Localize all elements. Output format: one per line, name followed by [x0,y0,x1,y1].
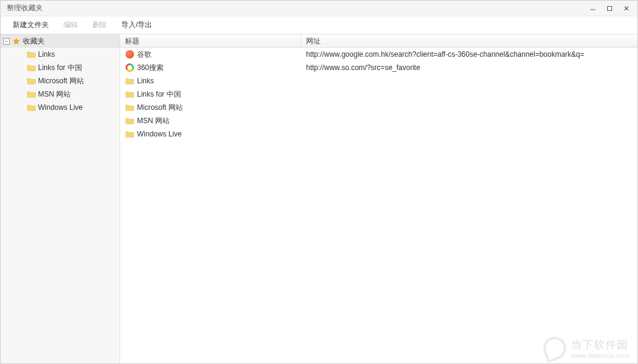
tree-item-links-cn[interactable]: Links for 中国 [1,61,120,74]
window-controls [584,1,635,16]
item-title: MSN 网站 [137,116,170,126]
list-item[interactable]: Links for 中国 [120,88,637,101]
column-header-title[interactable]: 标题 [120,34,301,47]
item-title: 360搜索 [137,63,164,73]
item-title: Windows Live [137,130,182,138]
folder-icon [125,76,135,86]
folder-icon [27,103,36,112]
window-title: 整理收藏夹 [7,3,43,13]
folder-icon [125,103,135,112]
column-header-url[interactable]: 网址 [301,34,637,47]
tree-item-links[interactable]: Links [1,48,120,61]
tree-item-windows-live[interactable]: Windows Live [1,101,120,114]
tree-root-favorites[interactable]: − 收藏夹 [1,34,120,48]
folder-icon [27,63,36,72]
tree-item-label: Links for 中国 [38,63,82,73]
list-item[interactable]: Microsoft 网站 [120,101,637,114]
titlebar: 整理收藏夹 [1,1,637,16]
list-item[interactable]: MSN 网站 [120,114,637,127]
list-item[interactable]: Windows Live [120,127,637,141]
tree-item-label: MSN 网站 [38,89,71,100]
item-title: Links for 中国 [137,89,181,100]
item-url: http://www.so.com/?src=se_favorite [304,63,635,72]
item-title: Microsoft 网站 [137,103,183,113]
expand-collapse-icon[interactable]: − [3,38,10,45]
item-title: Links [137,77,154,85]
sidebar-tree: − 收藏夹 Links Links for 中国 Microsof [1,34,120,363]
folder-icon [125,89,135,99]
star-icon [11,36,21,46]
list-item[interactable]: Links [120,74,637,88]
tree-item-label: Links [38,50,55,59]
item-url: http://www.google.com.hk/search?client=a… [304,50,635,59]
svg-rect-0 [608,6,612,10]
menu-import-export[interactable]: 导入/导出 [114,18,159,33]
folder-icon [27,89,36,99]
content-area: − 收藏夹 Links Links for 中国 Microsof [1,34,637,363]
menubar: 新建文件夹 编辑 删除 导入/导出 [1,16,637,34]
list-columns-header: 标题 网址 [120,34,637,48]
folder-icon [27,49,36,59]
folder-icon [125,116,135,126]
bookmark-list: 谷歌 http://www.google.com.hk/search?clien… [120,48,637,363]
folder-icon [27,76,36,86]
minimize-button[interactable] [584,1,601,16]
menu-edit: 编辑 [56,18,85,33]
list-item[interactable]: 谷歌 http://www.google.com.hk/search?clien… [120,48,637,61]
list-item[interactable]: 360搜索 http://www.so.com/?src=se_favorite [120,61,637,74]
item-title: 谷歌 [137,49,152,60]
so360-icon [125,63,135,72]
tree-item-msn[interactable]: MSN 网站 [1,88,120,101]
close-button[interactable] [618,1,635,16]
maximize-button[interactable] [601,1,618,16]
tree-item-label: Microsoft 网站 [38,76,84,86]
google-icon [125,49,135,59]
tree-item-microsoft[interactable]: Microsoft 网站 [1,74,120,88]
menu-delete: 删除 [85,18,114,33]
folder-icon [125,129,135,139]
tree-root-label: 收藏夹 [23,36,45,46]
menu-new-folder[interactable]: 新建文件夹 [5,18,56,33]
tree-item-label: Windows Live [38,103,83,112]
main-panel: 标题 网址 谷歌 http://www.google.com.hk/search… [120,34,637,363]
